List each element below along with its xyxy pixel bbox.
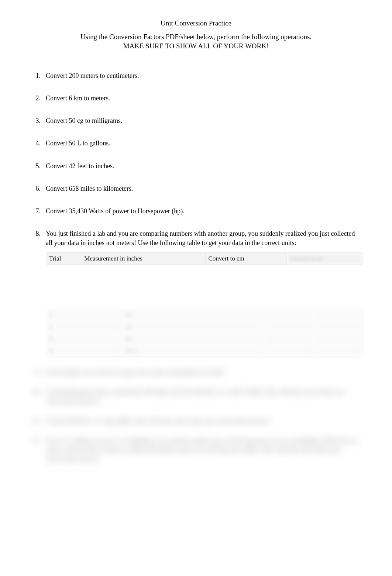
question-content-with-table: You just finished a lab and you are comp… [41,229,362,265]
question-item: 1. Convert 200 meters to centimeters. [30,71,362,80]
question-item: 8. You just finished a lab and you are c… [30,229,362,265]
question-list: 1. Convert 200 meters to centimeters. 2.… [30,71,362,265]
blank-space [30,268,362,309]
question-item: 6. Convert 658 miles to kilometers. [30,184,362,193]
table-row: 316 [46,333,362,345]
question-text: Convert 6 km to meters. [41,94,362,103]
table-row: 414.5 [46,345,362,356]
question-number: 9. [30,368,41,377]
subtitle-block: Using the Conversion Factors PDF/sheet b… [30,32,362,51]
page-title: Unit Conversion Practice [30,18,362,28]
subtitle-line-1: Using the Conversion Factors PDF/sheet b… [30,32,362,42]
question-number: 5. [30,162,41,171]
question-item: 2. Convert 6 km to meters. [30,94,362,103]
question-text: You are waiting on your car shopping a l… [41,436,362,464]
table-header-convert-cm: Convert to cm [205,252,286,265]
question-number: 7. [30,207,41,216]
data-table: Trial Measurement in inches Convert to c… [46,252,362,265]
question-number: 12. [30,436,41,445]
blurred-question-list: 9. If one dollar can convert to gas, how… [30,368,362,464]
question-item: 11. Convert 850 lbs. so a kg. (Hint: thi… [30,417,362,426]
question-item: 12. You are waiting on your car shopping… [30,436,362,464]
table-header-convert-m: Convert to m [286,252,362,265]
subtitle-line-2: MAKE SURE TO SHOW ALL OF YOUR WORK! [30,41,362,51]
question-number: 4. [30,139,41,148]
question-item: 3. Convert 50 cg to milligrams. [30,116,362,125]
question-number: 3. [30,116,41,125]
question-number: 8. [30,229,41,238]
data-table-container: Trial Measurement in inches Convert to c… [46,252,362,265]
question-text: A baseball game takes around the 100 mph… [41,387,362,406]
question-number: 1. [30,71,41,80]
question-item: 4. Convert 50 L to gallons. [30,139,362,148]
question-text: Convert 35,430 Watts of power to Horsepo… [41,207,362,216]
blurred-table-section: 113 212 316 414.5 [30,309,362,357]
table-row: 212 [46,321,362,333]
question-text: You just finished a lab and you are comp… [46,230,355,246]
question-item: 7. Convert 35,430 Watts of power to Hors… [30,207,362,216]
question-text: Convert 658 miles to kilometers. [41,184,362,193]
question-item: 5. Convert 42 feet to inches. [30,162,362,171]
question-number: 6. [30,184,41,193]
question-number: 11. [30,417,41,426]
question-number: 2. [30,94,41,103]
question-text: Convert 42 feet to inches. [41,162,362,171]
table-header-measurement: Measurement in inches [81,252,205,265]
table-header-trial: Trial [46,252,81,265]
blurred-data-table: 113 212 316 414.5 [46,309,362,357]
question-text: Convert 850 lbs. so a kg. (Hint: this wi… [41,417,362,426]
table-row: 113 [46,309,362,321]
table-header-row: Trial Measurement in inches Convert to c… [46,252,362,265]
question-text: If one dollar can convert to gas, how ma… [41,368,362,377]
question-number: 10. [30,387,41,397]
question-item: 9. If one dollar can convert to gas, how… [30,368,362,377]
question-text: Convert 50 cg to milligrams. [41,116,362,125]
question-text: Convert 200 meters to centimeters. [41,71,362,80]
question-item: 10. A baseball game takes around the 100… [30,387,362,406]
question-text: Convert 50 L to gallons. [41,139,362,148]
